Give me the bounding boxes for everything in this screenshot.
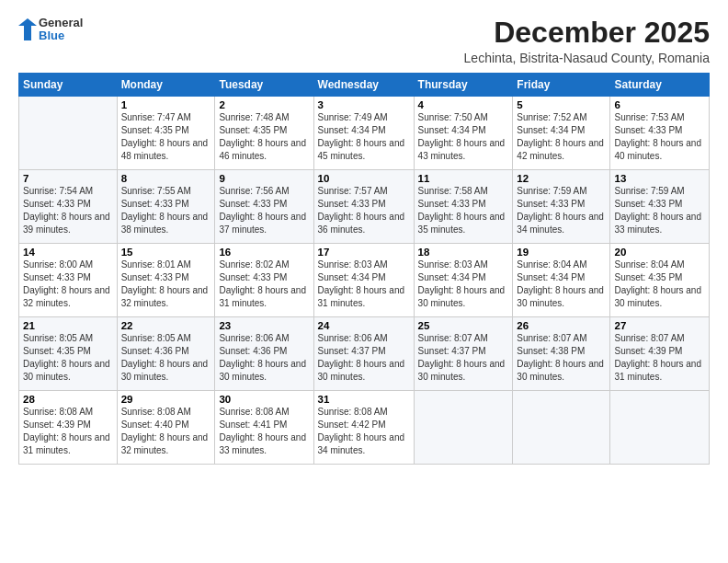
sunrise-text: Sunrise: 8:07 AM — [517, 333, 586, 343]
daylight-text: Daylight: 8 hours and 34 minutes. — [318, 432, 405, 455]
sunrise-text: Sunrise: 8:04 AM — [517, 259, 586, 270]
day-info: Sunrise: 8:05 AMSunset: 4:36 PMDaylight:… — [121, 332, 211, 384]
header-thursday: Thursday — [414, 74, 513, 97]
day-info: Sunrise: 8:07 AMSunset: 4:38 PMDaylight:… — [517, 332, 606, 384]
day-info: Sunrise: 7:53 AMSunset: 4:33 PMDaylight:… — [614, 111, 705, 163]
sunset-text: Sunset: 4:33 PM — [318, 199, 386, 209]
table-row: 4Sunrise: 7:50 AMSunset: 4:34 PMDaylight… — [414, 97, 513, 170]
table-row: 6Sunrise: 7:53 AMSunset: 4:33 PMDaylight… — [610, 97, 710, 170]
table-row: 24Sunrise: 8:06 AMSunset: 4:37 PMDayligh… — [313, 317, 414, 391]
sunrise-text: Sunrise: 8:03 AM — [318, 259, 388, 270]
day-number: 4 — [418, 99, 509, 110]
sunset-text: Sunset: 4:33 PM — [219, 272, 287, 282]
day-info: Sunrise: 8:06 AMSunset: 4:37 PMDaylight:… — [318, 332, 410, 384]
daylight-text: Daylight: 8 hours and 31 minutes. — [318, 285, 405, 308]
day-info: Sunrise: 7:58 AMSunset: 4:33 PMDaylight:… — [418, 185, 509, 236]
table-row — [414, 391, 513, 465]
header: General Blue December 2025 Lechinta, Bis… — [18, 17, 710, 65]
day-info: Sunrise: 7:59 AMSunset: 4:33 PMDaylight:… — [517, 185, 606, 236]
daylight-text: Daylight: 8 hours and 33 minutes. — [219, 432, 306, 455]
logo-blue-text: Blue — [39, 29, 83, 42]
sunset-text: Sunset: 4:39 PM — [23, 419, 91, 430]
table-row — [513, 391, 610, 465]
day-number: 8 — [121, 173, 211, 184]
day-number: 12 — [517, 173, 606, 184]
sunrise-text: Sunrise: 8:01 AM — [121, 259, 191, 270]
daylight-text: Daylight: 8 hours and 45 minutes. — [318, 138, 405, 161]
header-friday: Friday — [513, 74, 610, 97]
day-number: 25 — [418, 320, 509, 331]
table-row: 9Sunrise: 7:56 AMSunset: 4:33 PMDaylight… — [215, 170, 313, 244]
day-info: Sunrise: 7:55 AMSunset: 4:33 PMDaylight:… — [121, 185, 211, 236]
sunrise-text: Sunrise: 8:08 AM — [23, 407, 93, 417]
sunrise-text: Sunrise: 8:07 AM — [418, 333, 488, 343]
sunset-text: Sunset: 4:35 PM — [121, 125, 189, 135]
sunset-text: Sunset: 4:33 PM — [219, 199, 287, 209]
calendar-week-row: 21Sunrise: 8:05 AMSunset: 4:35 PMDayligh… — [19, 317, 710, 391]
sunrise-text: Sunrise: 7:59 AM — [614, 186, 684, 196]
sunrise-text: Sunrise: 7:55 AM — [121, 186, 191, 196]
daylight-text: Daylight: 8 hours and 31 minutes. — [23, 432, 110, 455]
sunset-text: Sunset: 4:40 PM — [121, 419, 189, 430]
daylight-text: Daylight: 8 hours and 30 minutes. — [418, 359, 506, 382]
sunrise-text: Sunrise: 8:07 AM — [614, 333, 684, 343]
daylight-text: Daylight: 8 hours and 30 minutes. — [219, 359, 306, 382]
day-number: 26 — [517, 320, 606, 331]
day-info: Sunrise: 8:07 AMSunset: 4:37 PMDaylight:… — [418, 332, 509, 384]
day-number: 20 — [614, 247, 705, 258]
day-info: Sunrise: 7:50 AMSunset: 4:34 PMDaylight:… — [418, 111, 509, 163]
logo: General Blue — [18, 17, 83, 43]
daylight-text: Daylight: 8 hours and 30 minutes. — [418, 285, 506, 308]
day-number: 1 — [121, 99, 211, 110]
table-row: 31Sunrise: 8:08 AMSunset: 4:42 PMDayligh… — [313, 391, 414, 465]
table-row: 13Sunrise: 7:59 AMSunset: 4:33 PMDayligh… — [610, 170, 710, 244]
sunrise-text: Sunrise: 7:59 AM — [517, 186, 586, 196]
day-number: 31 — [318, 394, 410, 405]
sunset-text: Sunset: 4:33 PM — [418, 199, 486, 209]
month-title: December 2025 — [464, 17, 710, 49]
day-info: Sunrise: 8:04 AMSunset: 4:34 PMDaylight:… — [517, 259, 606, 310]
sunset-text: Sunset: 4:34 PM — [318, 272, 386, 282]
day-info: Sunrise: 7:48 AMSunset: 4:35 PMDaylight:… — [219, 111, 309, 163]
calendar-week-row: 14Sunrise: 8:00 AMSunset: 4:33 PMDayligh… — [19, 244, 710, 317]
sunrise-text: Sunrise: 8:05 AM — [23, 333, 93, 343]
day-info: Sunrise: 8:06 AMSunset: 4:36 PMDaylight:… — [219, 332, 309, 384]
day-number: 19 — [517, 247, 606, 258]
day-info: Sunrise: 7:49 AMSunset: 4:34 PMDaylight:… — [318, 111, 410, 163]
table-row — [610, 391, 710, 465]
sunrise-text: Sunrise: 8:00 AM — [23, 259, 93, 270]
daylight-text: Daylight: 8 hours and 30 minutes. — [23, 359, 110, 382]
day-number: 11 — [418, 173, 509, 184]
table-row: 1Sunrise: 7:47 AMSunset: 4:35 PMDaylight… — [117, 97, 215, 170]
day-info: Sunrise: 7:52 AMSunset: 4:34 PMDaylight:… — [517, 111, 606, 163]
sunset-text: Sunset: 4:34 PM — [517, 125, 585, 135]
day-number: 14 — [23, 247, 113, 258]
day-number: 16 — [219, 247, 309, 258]
daylight-text: Daylight: 8 hours and 32 minutes. — [121, 285, 209, 308]
table-row: 16Sunrise: 8:02 AMSunset: 4:33 PMDayligh… — [215, 244, 313, 317]
day-number: 18 — [418, 247, 509, 258]
sunrise-text: Sunrise: 7:50 AM — [418, 112, 488, 122]
sunset-text: Sunset: 4:33 PM — [614, 199, 682, 209]
logo-bird-icon — [18, 17, 37, 42]
day-info: Sunrise: 7:59 AMSunset: 4:33 PMDaylight:… — [614, 185, 705, 236]
sunset-text: Sunset: 4:39 PM — [614, 346, 682, 356]
daylight-text: Daylight: 8 hours and 35 minutes. — [418, 212, 506, 235]
day-number: 7 — [23, 173, 113, 184]
table-row: 15Sunrise: 8:01 AMSunset: 4:33 PMDayligh… — [117, 244, 215, 317]
sunset-text: Sunset: 4:33 PM — [517, 199, 585, 209]
table-row: 3Sunrise: 7:49 AMSunset: 4:34 PMDaylight… — [313, 97, 414, 170]
sunrise-text: Sunrise: 8:02 AM — [219, 259, 289, 270]
logo-general-text: General — [39, 17, 83, 29]
daylight-text: Daylight: 8 hours and 36 minutes. — [318, 212, 405, 235]
day-number: 24 — [318, 320, 410, 331]
sunset-text: Sunset: 4:36 PM — [121, 346, 189, 356]
table-row: 14Sunrise: 8:00 AMSunset: 4:33 PMDayligh… — [19, 244, 118, 317]
header-saturday: Saturday — [610, 74, 710, 97]
sunset-text: Sunset: 4:37 PM — [418, 346, 486, 356]
day-info: Sunrise: 8:08 AMSunset: 4:39 PMDaylight:… — [23, 406, 113, 457]
daylight-text: Daylight: 8 hours and 30 minutes. — [121, 359, 209, 382]
day-info: Sunrise: 8:05 AMSunset: 4:35 PMDaylight:… — [23, 332, 113, 384]
table-row: 21Sunrise: 8:05 AMSunset: 4:35 PMDayligh… — [19, 317, 118, 391]
table-row: 18Sunrise: 8:03 AMSunset: 4:34 PMDayligh… — [414, 244, 513, 317]
